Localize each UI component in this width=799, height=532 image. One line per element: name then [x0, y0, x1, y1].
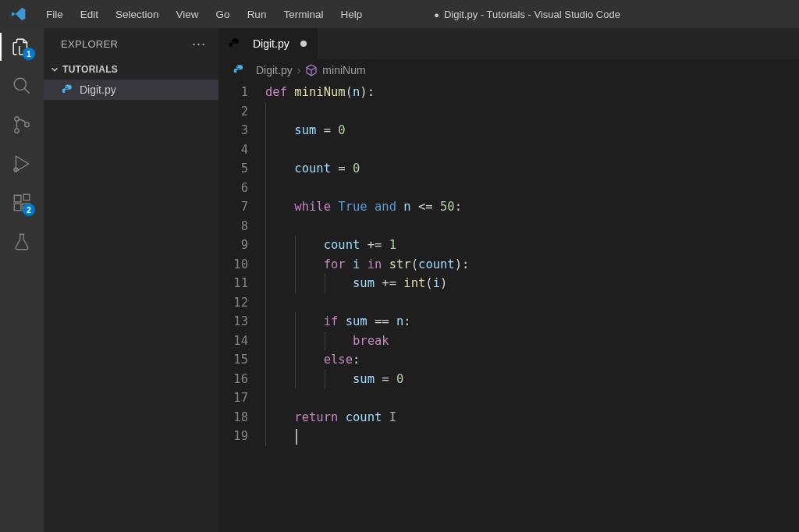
svg-rect-5	[14, 195, 21, 202]
code-line[interactable]	[265, 217, 799, 236]
extensions-badge: 2	[23, 204, 35, 216]
run-debug-icon[interactable]	[11, 153, 33, 175]
explorer-badge: 1	[23, 48, 35, 60]
folder-section-header[interactable]: TUTORIALS	[44, 59, 218, 80]
code-line[interactable]	[265, 102, 799, 122]
file-name: Digit.py	[80, 83, 116, 96]
code-line[interactable]	[265, 179, 799, 198]
symbol-method-icon	[305, 64, 318, 76]
sidebar-more-icon[interactable]: ···	[192, 36, 206, 52]
line-number: 12	[218, 293, 248, 313]
svg-point-1	[15, 117, 19, 121]
code-line[interactable]: else:	[265, 350, 799, 370]
vscode-logo-icon	[11, 6, 27, 22]
menu-edit[interactable]: Edit	[72, 5, 107, 23]
menu-selection[interactable]: Selection	[107, 5, 168, 23]
line-number: 17	[218, 388, 248, 408]
line-number: 13	[218, 312, 248, 332]
breadcrumbs[interactable]: Digit.py › miniNum	[218, 59, 799, 81]
extensions-icon[interactable]: 2	[11, 192, 33, 214]
line-number: 9	[218, 236, 248, 255]
python-file-icon	[233, 63, 247, 77]
sidebar: EXPLORER ··· TUTORIALS Digit.py	[44, 28, 218, 532]
menu-bar: FileEditSelectionViewGoRunTerminalHelp	[37, 8, 371, 20]
line-number: 18	[218, 408, 248, 427]
svg-point-0	[14, 78, 26, 90]
line-number-gutter: 12345678910111213141516171819	[218, 83, 265, 532]
code-line[interactable]: sum += int(i)	[265, 274, 799, 293]
breadcrumb-symbol[interactable]: miniNum	[322, 64, 365, 76]
line-number: 3	[218, 121, 248, 140]
code-line[interactable]	[265, 427, 799, 446]
source-control-icon[interactable]	[11, 114, 33, 136]
code-line[interactable]: count += 1	[265, 236, 799, 255]
svg-point-11	[237, 66, 238, 67]
titlebar: FileEditSelectionViewGoRunTerminalHelp D…	[0, 0, 799, 28]
svg-rect-8	[23, 194, 30, 200]
line-number: 4	[218, 140, 248, 160]
python-file-icon	[228, 37, 242, 51]
code-line[interactable]	[265, 388, 799, 408]
svg-point-3	[25, 122, 29, 126]
explorer-icon[interactable]: 1	[11, 36, 33, 58]
file-tree-item[interactable]: Digit.py	[44, 80, 218, 100]
code-line[interactable]	[265, 140, 799, 160]
line-number: 11	[218, 274, 248, 293]
code-line[interactable]: return count I	[265, 408, 799, 427]
code-line[interactable]: def miniNum(n):	[265, 83, 799, 102]
code-line[interactable]: break	[265, 332, 799, 351]
editor-area: Digit.py Digit.py › miniNum 123456789101…	[218, 28, 799, 532]
menu-run[interactable]: Run	[239, 5, 275, 23]
line-number: 5	[218, 159, 248, 179]
code-line[interactable]: for i in str(count):	[265, 255, 799, 275]
line-number: 7	[218, 197, 248, 217]
caret-icon	[296, 429, 297, 445]
menu-view[interactable]: View	[168, 5, 208, 23]
line-number: 8	[218, 217, 248, 236]
code-content[interactable]: def miniNum(n): sum = 0 count = 0 while …	[265, 83, 799, 532]
breadcrumb-file[interactable]: Digit.py	[256, 64, 293, 76]
line-number: 19	[218, 427, 248, 446]
tabs-container: Digit.py	[218, 28, 799, 59]
menu-file[interactable]: File	[37, 5, 72, 23]
svg-point-10	[232, 39, 233, 40]
code-line[interactable]: if sum == n:	[265, 312, 799, 332]
svg-rect-6	[14, 204, 21, 211]
sidebar-title: EXPLORER	[61, 38, 118, 50]
line-number: 10	[218, 255, 248, 275]
menu-go[interactable]: Go	[208, 5, 239, 23]
testing-icon[interactable]	[11, 231, 33, 253]
code-line[interactable]: sum = 0	[265, 370, 799, 389]
chevron-down-icon	[48, 63, 61, 76]
search-icon[interactable]	[11, 75, 33, 97]
code-line[interactable]: sum = 0	[265, 121, 799, 140]
code-line[interactable]	[265, 293, 799, 313]
line-number: 14	[218, 332, 248, 351]
line-number: 15	[218, 350, 248, 370]
code-line[interactable]: while True and n <= 50:	[265, 197, 799, 217]
svg-point-9	[65, 85, 66, 86]
code-line[interactable]: count = 0	[265, 159, 799, 179]
menu-terminal[interactable]: Terminal	[275, 5, 332, 23]
line-number: 1	[218, 83, 248, 102]
tab-dirty-indicator-icon	[300, 41, 307, 47]
svg-point-2	[15, 129, 19, 133]
tab-label: Digit.py	[253, 37, 289, 50]
sidebar-header: EXPLORER ···	[44, 28, 218, 59]
window-title: Digit.py - Tutorials - Visual Studio Cod…	[371, 9, 684, 20]
chevron-right-icon: ›	[297, 64, 301, 76]
line-number: 16	[218, 370, 248, 389]
menu-help[interactable]: Help	[332, 5, 371, 23]
code-editor[interactable]: 12345678910111213141516171819 def miniNu…	[218, 81, 799, 532]
line-number: 6	[218, 179, 248, 198]
line-number: 2	[218, 102, 248, 122]
python-file-icon	[61, 83, 75, 97]
text-cursor-icon: I	[389, 408, 396, 427]
tab-digit-py[interactable]: Digit.py	[218, 28, 318, 59]
activity-bar: 1 2	[0, 28, 44, 532]
dirty-indicator-icon	[434, 9, 444, 20]
